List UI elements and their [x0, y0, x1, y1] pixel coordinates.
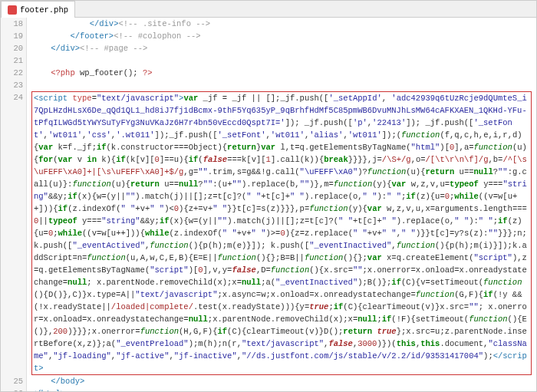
php-file-icon	[8, 5, 17, 15]
line-number: 23	[1, 79, 23, 91]
code-line: </html>	[31, 387, 536, 391]
code-line	[31, 54, 536, 67]
code-content[interactable]: </div><!-- .site-info --> </footer><!-- …	[27, 18, 536, 391]
code-area: 18 19 20 21 22 23 24 25 26 </div><!-- .s…	[1, 18, 536, 391]
line-number: 22	[1, 67, 23, 79]
code-line	[31, 79, 536, 91]
tab-filename: footer.php	[20, 5, 68, 15]
line-number: 25	[1, 375, 23, 387]
code-line: </div><!-- #page -->	[31, 42, 536, 54]
code-line: </footer><!-- #colophon -->	[31, 30, 536, 42]
line-number: 26	[1, 387, 23, 391]
code-line: </body>	[31, 375, 536, 387]
editor-window: footer.php 18 19 20 21 22 23 24 25 26 </…	[0, 0, 537, 392]
line-number: 20	[1, 42, 23, 54]
line-number: 24	[1, 91, 23, 375]
code-line: <?php wp_footer(); ?>	[31, 67, 536, 79]
highlighted-script-block: <script type="text/javascript">var _jf =…	[31, 91, 532, 375]
line-number: 18	[1, 18, 23, 30]
code-line: </div><!-- .site-info -->	[31, 18, 536, 30]
file-tab[interactable]: footer.php	[1, 1, 75, 18]
line-number: 19	[1, 30, 23, 42]
tab-bar: footer.php	[1, 1, 536, 18]
line-number-gutter: 18 19 20 21 22 23 24 25 26	[1, 18, 27, 391]
line-number: 21	[1, 54, 23, 67]
